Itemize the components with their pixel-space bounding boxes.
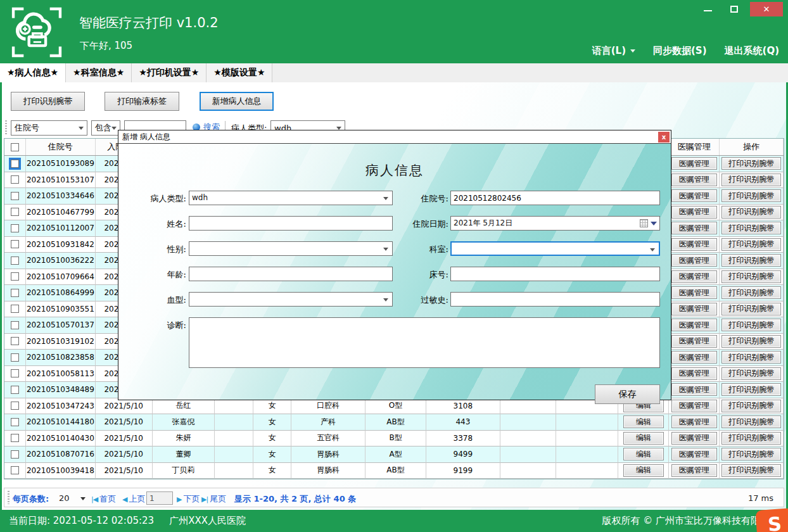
print-wristband-row-button[interactable]: 打印识别腕带 (721, 157, 781, 170)
row-checkbox[interactable] (11, 418, 19, 426)
minimize-button[interactable] (697, 2, 718, 16)
modal-title-bar[interactable]: 新增 病人信息 x (118, 130, 671, 144)
row-checkbox[interactable] (11, 289, 19, 297)
maximize-button[interactable] (723, 2, 745, 16)
modal-dept-select[interactable] (450, 241, 660, 256)
print-wristband-row-button[interactable]: 打印识别腕带 (721, 303, 781, 315)
print-wristband-row-button[interactable]: 打印识别腕带 (721, 222, 781, 234)
row-checkbox[interactable] (11, 175, 19, 184)
edit-button[interactable]: 编辑 (623, 415, 664, 428)
orders-button[interactable]: 医嘱管理 (671, 432, 717, 445)
edit-button[interactable]: 编辑 (623, 448, 664, 460)
print-wristband-row-button[interactable]: 打印识别腕带 (721, 319, 781, 331)
tab-department-info[interactable]: ★科室信息★ (66, 63, 132, 82)
filter-field-select[interactable]: 住院号 (11, 120, 87, 136)
print-wristband-row-button[interactable]: 打印识别腕带 (721, 432, 781, 445)
print-wristband-row-button[interactable]: 打印识别腕带 (721, 335, 781, 348)
select-all-checkbox[interactable] (11, 143, 19, 151)
orders-button[interactable]: 医嘱管理 (671, 270, 717, 283)
modal-name-input[interactable] (189, 216, 393, 231)
row-checkbox[interactable] (11, 337, 19, 345)
orders-button[interactable]: 医嘱管理 (671, 335, 717, 348)
modal-admission-no-input[interactable] (450, 191, 660, 205)
print-wristband-button[interactable]: 打印识别腕带 (11, 92, 85, 111)
tab-template-settings[interactable]: ★模版设置★ (207, 63, 272, 82)
print-wristband-row-button[interactable]: 打印识别腕带 (721, 270, 781, 283)
print-wristband-row-button[interactable]: 打印识别腕带 (721, 415, 781, 428)
orders-button[interactable]: 医嘱管理 (671, 448, 717, 460)
modal-close-button[interactable]: x (658, 132, 670, 142)
row-checkbox[interactable] (11, 402, 19, 410)
row-checkbox[interactable] (11, 466, 19, 474)
menu-exit-system[interactable]: 退出系统(Q) (725, 45, 779, 57)
tab-patient-info[interactable]: ★病人信息★ (0, 63, 66, 82)
orders-button[interactable]: 医嘱管理 (671, 303, 717, 315)
row-checkbox[interactable] (11, 256, 19, 265)
print-wristband-row-button[interactable]: 打印识别腕带 (721, 174, 781, 186)
add-patient-button[interactable]: 新增病人信息 (200, 92, 274, 111)
orders-button[interactable]: 医嘱管理 (671, 464, 717, 477)
orders-button[interactable]: 医嘱管理 (671, 319, 717, 331)
orders-button[interactable]: 医嘱管理 (671, 286, 717, 299)
row-checkbox[interactable] (11, 305, 19, 313)
row-checkbox[interactable] (11, 208, 19, 216)
print-wristband-row-button[interactable]: 打印识别腕带 (721, 448, 781, 460)
last-page-button[interactable]: ▶| 尾页 (201, 493, 226, 505)
print-wristband-row-button[interactable]: 打印识别腕带 (721, 189, 781, 202)
date-picker-icons[interactable] (640, 219, 657, 227)
print-wristband-row-button[interactable]: 打印识别腕带 (721, 206, 781, 218)
modal-sex-select[interactable] (189, 241, 393, 256)
save-button[interactable]: 保存 (595, 384, 660, 404)
print-wristband-row-button[interactable]: 打印识别腕带 (721, 383, 781, 396)
print-infusion-label-button[interactable]: 打印输液标签 (105, 92, 179, 111)
print-wristband-row-button[interactable]: 打印识别腕带 (721, 286, 781, 299)
orders-button[interactable]: 医嘱管理 (671, 367, 717, 380)
orders-button[interactable]: 医嘱管理 (671, 415, 717, 428)
close-button[interactable]: ✕ (750, 2, 783, 16)
edit-button[interactable]: 编辑 (623, 432, 664, 445)
orders-button[interactable]: 医嘱管理 (671, 400, 717, 412)
print-wristband-row-button[interactable]: 打印识别腕带 (721, 254, 781, 267)
row-checkbox[interactable] (11, 450, 19, 459)
modal-bed-input[interactable] (450, 267, 660, 281)
row-checkbox[interactable] (11, 272, 19, 281)
print-wristband-row-button[interactable]: 打印识别腕带 (721, 400, 781, 412)
modal-patient-type-select[interactable]: wdh (189, 191, 393, 205)
page-number-input[interactable] (146, 491, 173, 505)
modal-admission-date-picker[interactable]: 2021年 5月12日 (450, 216, 660, 231)
edit-button[interactable]: 编辑 (623, 464, 664, 477)
orders-button[interactable]: 医嘱管理 (671, 189, 717, 202)
orders-button[interactable]: 医嘱管理 (671, 254, 717, 267)
orders-button[interactable]: 医嘱管理 (671, 206, 717, 218)
first-page-button[interactable]: |◀ 首页 (91, 493, 116, 505)
orders-button[interactable]: 医嘱管理 (671, 174, 717, 186)
row-checkbox[interactable] (11, 224, 19, 232)
orders-button[interactable]: 医嘱管理 (671, 238, 717, 251)
print-wristband-row-button[interactable]: 打印识别腕带 (721, 351, 781, 364)
row-checkbox[interactable] (11, 353, 19, 362)
menu-language[interactable]: 语言(L) (592, 45, 635, 57)
orders-button[interactable]: 医嘱管理 (671, 383, 717, 396)
per-page-select[interactable]: 20 (59, 493, 70, 503)
filter-operator-select[interactable]: 包含 (91, 120, 120, 136)
orders-button[interactable]: 医嘱管理 (671, 222, 717, 234)
row-checkbox[interactable] (11, 240, 19, 248)
next-page-button[interactable]: ▶ 下页 (177, 493, 200, 505)
modal-diagnosis-textarea[interactable] (189, 317, 660, 368)
row-checkbox[interactable] (11, 386, 19, 394)
modal-age-input[interactable] (189, 267, 393, 281)
print-wristband-row-button[interactable]: 打印识别腕带 (721, 367, 781, 380)
print-wristband-row-button[interactable]: 打印识别腕带 (721, 238, 781, 251)
modal-blood-select[interactable] (189, 292, 393, 307)
row-checkbox[interactable] (11, 160, 19, 168)
orders-button[interactable]: 医嘱管理 (671, 351, 717, 364)
menu-sync-data[interactable]: 同步数据(S) (653, 45, 707, 57)
modal-allergy-input[interactable] (450, 292, 660, 307)
orders-button[interactable]: 医嘱管理 (671, 157, 717, 170)
prev-page-button[interactable]: ◀ 上页 (122, 493, 145, 505)
row-checkbox[interactable] (11, 192, 19, 200)
row-checkbox[interactable] (11, 321, 19, 329)
tab-printer-settings[interactable]: ★打印机设置★ (132, 63, 207, 82)
row-checkbox[interactable] (11, 434, 19, 442)
row-checkbox[interactable] (11, 369, 19, 377)
